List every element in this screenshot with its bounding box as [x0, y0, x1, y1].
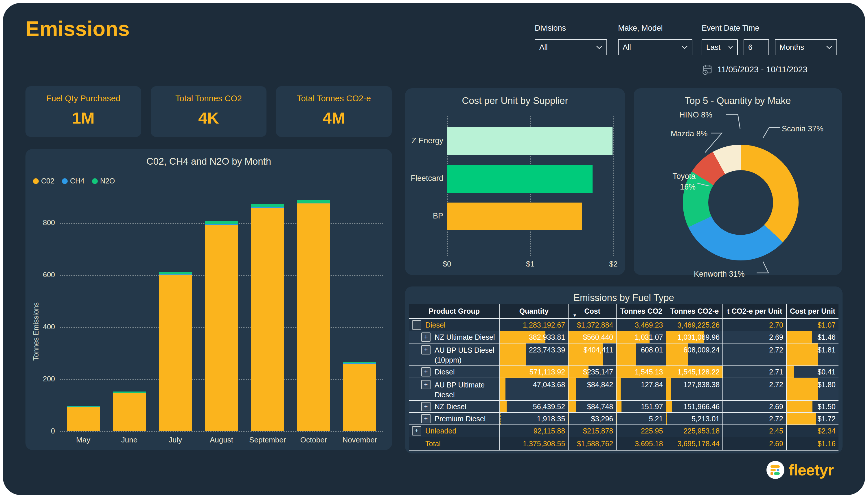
cell-cost-per-unit: $1.72: [786, 413, 839, 424]
expand-icon[interactable]: +: [421, 414, 431, 423]
bar-segment-august-n2o[interactable]: [205, 221, 238, 225]
sort-descending-icon[interactable]: ▼: [573, 313, 577, 318]
expand-icon[interactable]: +: [412, 426, 421, 435]
column-header-quantity[interactable]: Quantity: [499, 304, 568, 318]
kpi-value: 1M: [25, 108, 141, 127]
product-group-cell: +Diesel: [409, 366, 499, 378]
cell-tonnes-co2: 3,695.18: [616, 437, 666, 450]
divisions-dropdown[interactable]: All: [535, 39, 607, 55]
product-group-label: AU BP Ultimate Diesel: [435, 380, 499, 399]
data-bar: [787, 378, 818, 400]
relative-range-dropdown[interactable]: Last: [702, 39, 738, 55]
expand-icon[interactable]: +: [421, 367, 431, 377]
cell-value: 571,113.92: [529, 368, 565, 376]
fleetyr-logo: fleetyr: [766, 461, 833, 479]
cell-tonnes-co2-e: 151,966.46: [666, 401, 722, 412]
kpi-fuel-qty: Fuel Qty Purchased 1M: [25, 86, 141, 137]
bar-segment-july-n2o[interactable]: [159, 272, 192, 274]
table-header-row: Product GroupQuantityCost▼Tonnes CO2Tonn…: [409, 304, 839, 319]
table-row-nz-ultimate-diesel: +NZ Ultimate Diesel382,933.81$560,4401,0…: [409, 331, 839, 343]
category-label-z-energy: Z Energy: [405, 136, 443, 145]
cell-value: $215,878: [583, 427, 613, 435]
data-bar: [787, 366, 794, 378]
column-header-cost[interactable]: Cost▼: [568, 304, 616, 318]
bar-segment-august-c02[interactable]: [205, 225, 238, 431]
bar-segment-august-ch4[interactable]: [205, 224, 238, 225]
monthly-emissions-chart-panel: C02, CH4 and N2O by Month C02 CH4 N2O To…: [25, 149, 392, 450]
cell-tonnes-co2-e: 3,469,225.26: [666, 319, 722, 331]
bar-segment-october-c02[interactable]: [297, 204, 330, 431]
column-header-t-co2-e-per-unit[interactable]: t CO2-e per Unit: [722, 304, 786, 318]
bar-segment-may-c02[interactable]: [67, 407, 100, 431]
relative-range-unit-dropdown[interactable]: Months: [775, 39, 837, 55]
bar-segment-may-n2o[interactable]: [67, 406, 100, 407]
bar-segment-september-c02[interactable]: [251, 208, 284, 431]
donut-label-scania: Scania 37%: [782, 123, 840, 134]
bar-segment-june-c02[interactable]: [113, 393, 146, 431]
supplier-bar-z-energy[interactable]: [447, 127, 613, 155]
cell-value: 2.69: [769, 403, 783, 411]
column-header-tonnes-co2-e[interactable]: Tonnes CO2-e: [666, 304, 722, 318]
data-bar-axis: [500, 413, 501, 424]
bar-segment-november-ch4[interactable]: [343, 363, 376, 364]
bar-segment-november-c02[interactable]: [343, 364, 376, 431]
data-bar-axis: [616, 366, 617, 378]
bar-segment-june-n2o[interactable]: [113, 392, 146, 393]
collapse-icon[interactable]: −: [412, 320, 421, 330]
expand-icon[interactable]: +: [421, 380, 431, 389]
bar-segment-july-c02[interactable]: [159, 275, 192, 431]
column-header-cost-per-unit[interactable]: Cost per Unit: [786, 304, 839, 318]
cell-t-co2-e-per-unit: 2.71: [722, 366, 786, 378]
chevron-down-icon: [728, 45, 733, 49]
y-axis-tick-label: 400: [28, 323, 55, 331]
bar-segment-july-ch4[interactable]: [159, 274, 192, 275]
cell-quantity: 47,043.68: [499, 378, 568, 400]
bar-segment-november-n2o[interactable]: [343, 362, 376, 364]
cell-quantity: 92,115.88: [499, 425, 568, 437]
column-header-tonnes-co2[interactable]: Tonnes CO2: [616, 304, 666, 318]
cell-cost-per-unit: $1.81: [786, 343, 839, 366]
dashboard-background: Emissions Divisions All Make, Model All …: [3, 3, 865, 495]
data-bar-axis: [568, 331, 569, 343]
cell-tonnes-co2: 127.84: [616, 378, 666, 400]
expand-icon[interactable]: +: [421, 345, 431, 354]
expand-icon[interactable]: +: [421, 332, 431, 342]
cell-value: 56,439.52: [533, 403, 565, 411]
cell-value: 225,953.18: [683, 427, 720, 435]
expand-icon[interactable]: +: [421, 402, 431, 411]
cell-cost-per-unit: $1.16: [786, 437, 839, 450]
bar-segment-october-n2o[interactable]: [297, 200, 330, 203]
column-header-product-group[interactable]: Product Group: [409, 304, 499, 318]
relative-range-number-input[interactable]: 6: [744, 39, 769, 55]
divisions-label: Divisions: [535, 24, 607, 33]
cell-value: 2.45: [769, 427, 783, 435]
cell-value: $84,842: [587, 381, 613, 389]
bar-segment-september-ch4[interactable]: [251, 207, 284, 208]
data-bar-axis: [616, 378, 617, 400]
table-row-au-bp-uls-diesel-10ppm-: +AU BP ULS Diesel (10ppm)223,743.39$404,…: [409, 343, 839, 366]
y-axis-tick-label: 200: [28, 375, 55, 383]
bar-segment-may-ch4[interactable]: [67, 407, 100, 407]
cell-value: $1.72: [817, 415, 836, 423]
data-bar: [568, 401, 576, 412]
supplier-bar-fleetcard[interactable]: [447, 165, 593, 193]
cell-quantity: 1,375,308.55: [499, 437, 568, 450]
supplier-bar-bp[interactable]: [447, 202, 582, 230]
cell-value: $0.41: [817, 368, 836, 376]
bar-segment-september-n2o[interactable]: [251, 204, 284, 207]
cell-cost-per-unit: $2.34: [786, 425, 839, 437]
bar-segment-june-ch4[interactable]: [113, 393, 146, 393]
bar-segment-october-ch4[interactable]: [297, 203, 330, 204]
cell-cost-per-unit: $1.46: [786, 331, 839, 343]
relative-range-number: 6: [748, 43, 752, 52]
product-group-label: NZ Diesel: [435, 402, 466, 411]
cell-value: 5,213.01: [692, 415, 720, 423]
gridline: [60, 431, 383, 432]
x-axis-label-june: June: [106, 435, 153, 444]
cell-value: 92,115.88: [534, 427, 565, 435]
make-model-dropdown[interactable]: All: [618, 39, 692, 55]
cell-tonnes-co2: 151.97: [616, 401, 666, 412]
product-group-label: Premium Diesel: [435, 414, 486, 424]
supplier-plot: $0$1$2Z EnergyFleetcardBP: [405, 88, 625, 275]
cell-tonnes-co2-e: 1,031,069.96: [666, 331, 722, 343]
